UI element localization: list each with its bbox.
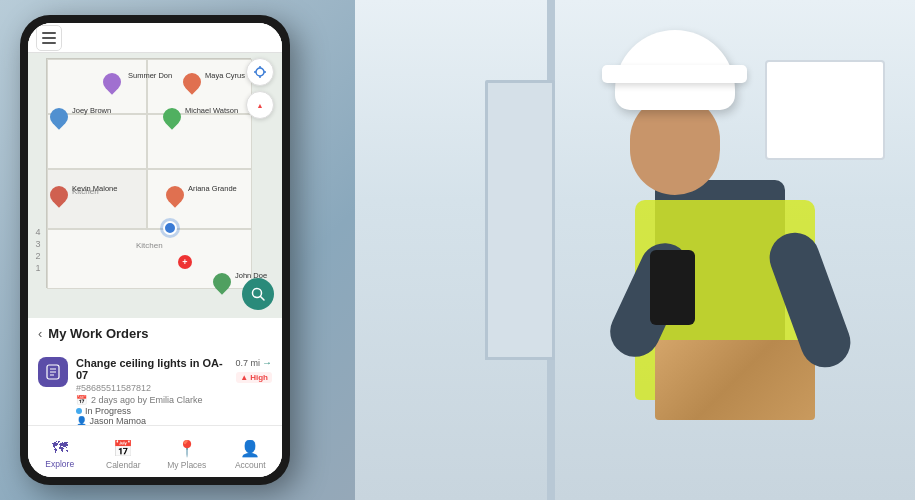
person-marker-summer-don: Summer Don [103,73,121,91]
locate-button[interactable] [246,58,274,86]
my-places-icon: 📍 [177,439,197,458]
map-search-button[interactable] [242,278,274,310]
calendar-icon: 📅 [113,439,133,458]
red-cross-marker: + [178,255,192,269]
work-order-title-1: Change ceiling lights in OA-07 [76,357,227,381]
person-label-maya-cyrus: Maya Cyrus [205,71,245,80]
account-icon: 👤 [240,439,260,458]
floor-label-3: 3 [32,239,44,249]
hamburger-line-1 [42,32,56,34]
phone-mockup: Kitchen 4 3 2 1 Summer Don Maya Cyrus [20,15,290,485]
map-header [28,23,282,53]
wood-block [655,340,815,420]
person-label-ariana-grande: Ariana Grande [188,184,237,193]
worker-head [630,95,720,195]
work-order-icon-1 [38,357,68,387]
bottom-navigation: 🗺 Explore 📅 Calendar 📍 My Places 👤 Accou… [28,425,282,477]
person-marker-ariana-grande: Ariana Grande [166,186,184,204]
work-order-meta-1: 📅 2 days ago by Emilia Clarke [76,395,227,405]
person-label-summer-don: Summer Don [128,71,172,80]
kitchen-map-label: Kitchen [136,241,163,250]
priority-badge-1: ▲ High [236,372,272,383]
hamburger-button[interactable] [36,25,62,51]
my-places-label: My Places [167,460,206,470]
nav-item-my-places[interactable]: 📍 My Places [155,434,219,470]
status-dot-1 [76,408,82,414]
work-order-id-1: #58685511587812 [76,383,227,393]
person-label-joey-brown: Joey Brown [72,106,111,115]
person-label-kevin-malone: Kevin Malone [72,184,117,193]
nav-item-calendar[interactable]: 📅 Calendar [92,434,156,470]
work-order-content-1: Change ceiling lights in OA-07 #58685511… [76,357,227,426]
person-label-michael-watson: Michael Watson [185,106,238,115]
current-location-dot [163,221,177,235]
account-label: Account [235,460,266,470]
work-order-right-1: 0.7 mi → ▲ High [235,357,272,383]
worker-phone-prop [650,250,695,325]
person-marker-michael-watson: Michael Watson [163,108,181,126]
room-cell [147,169,252,229]
hamburger-line-2 [42,37,56,39]
svg-point-0 [256,68,264,76]
work-order-item-1[interactable]: Change ceiling lights in OA-07 #58685511… [38,349,272,435]
work-orders-title: My Work Orders [48,326,148,341]
person-marker-maya-cyrus: Maya Cyrus [183,73,201,91]
svg-line-6 [261,297,265,301]
map-area[interactable]: Kitchen 4 3 2 1 Summer Don Maya Cyrus [28,23,282,318]
person-marker-kevin-malone: Kevin Malone [50,186,68,204]
work-order-distance-1: 0.7 mi → [235,357,272,368]
nav-item-account[interactable]: 👤 Account [219,434,283,470]
hamburger-line-3 [42,42,56,44]
room-door [485,80,555,360]
person-marker-joey-brown: Joey Brown [50,108,68,126]
floor-plan: Kitchen [46,58,251,288]
floor-label-4: 4 [32,227,44,237]
explore-label: Explore [45,459,74,469]
floor-labels: 4 3 2 1 [32,227,44,273]
floor-label-2: 2 [32,251,44,261]
explore-icon: 🗺 [52,439,68,457]
phone-screen: Kitchen 4 3 2 1 Summer Don Maya Cyrus [28,23,282,477]
work-orders-header: ‹ My Work Orders [38,326,272,341]
nav-item-explore[interactable]: 🗺 Explore [28,434,92,469]
back-chevron-icon[interactable]: ‹ [38,326,42,341]
hard-hat-brim [602,65,747,83]
cabinet [765,60,885,160]
work-order-date-1: 2 days ago by Emilia Clarke [91,395,203,405]
work-order-status-1: In Progress [76,406,227,416]
north-indicator: ▲ [246,91,274,119]
person-marker-john-doe: John Doe [213,273,231,291]
floor-label-1: 1 [32,263,44,273]
calendar-label: Calendar [106,460,141,470]
